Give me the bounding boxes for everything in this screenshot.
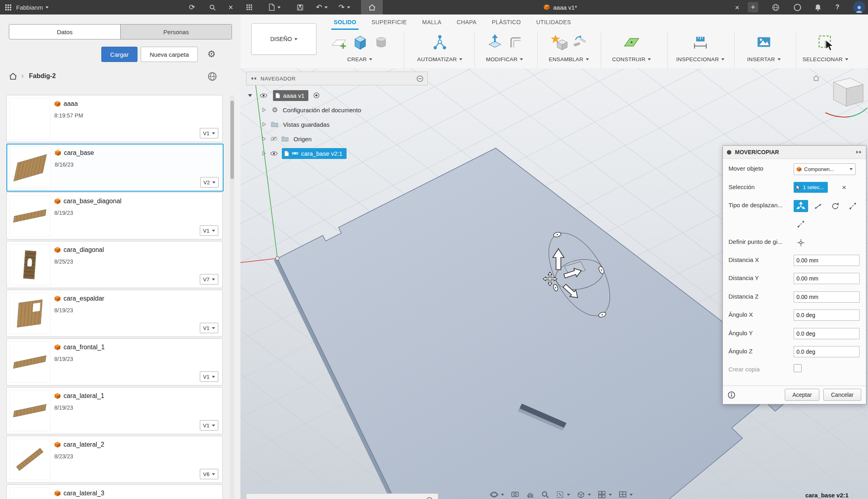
file-card[interactable]: cara_base_diagonal 8/19/23 V1 <box>6 192 223 239</box>
tab-plastico[interactable]: PLÁSTICO <box>486 14 526 30</box>
file-card[interactable]: aaaa 8:19:57 PM V1 <box>6 95 223 142</box>
avatar[interactable] <box>853 1 865 13</box>
data-settings-gear-icon[interactable]: ⚙ <box>204 47 219 61</box>
angle-y-input[interactable] <box>794 328 860 339</box>
zoom-tool[interactable] <box>541 491 549 499</box>
web-link-globe-icon[interactable] <box>207 72 217 81</box>
group-label-automatizar[interactable]: AUTOMATIZAR <box>404 54 476 64</box>
navigator-row-saved-views[interactable]: Vistas guardadas <box>246 118 330 130</box>
version-badge[interactable]: V1 <box>200 420 218 431</box>
fit-tool[interactable] <box>556 490 570 499</box>
move-type-rotate-button[interactable] <box>828 200 843 212</box>
distance-y-input[interactable] <box>794 273 860 284</box>
save-icon[interactable] <box>297 0 304 14</box>
create-sketch-icon[interactable] <box>330 34 347 51</box>
navigator-row-doc-settings[interactable]: ⚙ Configuración del documento <box>246 104 361 116</box>
expand-open-icon[interactable] <box>248 93 252 97</box>
file-card[interactable]: cara_base 8/16/23 V2 <box>6 144 224 192</box>
distance-x-input[interactable] <box>794 255 860 266</box>
primitive-icon[interactable] <box>373 34 389 50</box>
navigator-root-row[interactable]: aaaa v1 <box>246 89 320 101</box>
selection-chip[interactable]: 1 selec... <box>794 182 828 193</box>
apps-grid-icon[interactable] <box>246 0 252 14</box>
fillet-icon[interactable] <box>507 34 523 50</box>
selected-component[interactable]: cara_base v2:1 <box>282 148 347 159</box>
close-panel-icon[interactable]: × <box>228 0 233 14</box>
data-panel-scrollbar[interactable] <box>230 95 234 499</box>
group-label-construir[interactable]: CONSTRUIR <box>595 54 668 64</box>
home-icon[interactable] <box>9 72 17 80</box>
help-icon[interactable]: ? <box>835 0 839 14</box>
expand-icon[interactable] <box>262 107 266 112</box>
breadcrumb-folder[interactable]: Fabdig-2 <box>29 72 56 80</box>
notifications-icon[interactable] <box>815 0 821 14</box>
tab-solido[interactable]: SOLIDO <box>328 14 362 30</box>
set-pivot-button[interactable] <box>794 237 808 249</box>
version-badge[interactable]: V1 <box>200 323 218 333</box>
group-label-crear[interactable]: CREAR <box>324 54 396 64</box>
distance-z-input[interactable] <box>794 291 860 303</box>
press-pull-icon[interactable] <box>486 33 504 52</box>
workspace-selector[interactable]: DISEÑO <box>251 23 316 55</box>
dialog-header[interactable]: MOVER/COPIAR <box>723 146 866 159</box>
search-icon[interactable] <box>209 0 216 14</box>
automate-icon[interactable] <box>431 33 449 52</box>
add-comment-icon[interactable] <box>426 497 433 499</box>
file-card[interactable]: cara_frontal_1 8/19/23 V1 <box>6 338 223 386</box>
new-component-icon[interactable] <box>550 33 568 52</box>
file-card[interactable]: cara_lateral_3 <box>6 485 223 499</box>
create-copy-checkbox[interactable] <box>794 364 802 372</box>
team-menu[interactable]: Fabbianm <box>16 0 49 14</box>
new-document-icon[interactable] <box>269 0 281 14</box>
new-tab-button[interactable]: + <box>748 2 758 12</box>
version-badge[interactable]: V1 <box>200 128 218 138</box>
version-badge[interactable]: V7 <box>200 274 218 285</box>
clear-selection-icon[interactable]: × <box>842 183 846 192</box>
info-icon[interactable] <box>728 391 735 399</box>
accept-button[interactable]: Aceptar <box>785 389 819 401</box>
navigator-row-active-component[interactable]: cara_base v2:1 <box>246 147 347 159</box>
orbit-tool[interactable] <box>490 490 504 499</box>
activate-radio-icon[interactable] <box>313 92 320 99</box>
tab-datos[interactable]: Datos <box>9 25 120 39</box>
refresh-icon[interactable]: ⟳ <box>189 0 195 14</box>
angle-z-input[interactable] <box>794 346 860 357</box>
file-card[interactable]: cara_diagonal 8/25/23 V7 <box>6 241 223 288</box>
grid-settings[interactable] <box>597 490 612 499</box>
document-close-icon[interactable]: × <box>735 0 739 14</box>
version-badge[interactable]: V6 <box>200 469 218 479</box>
insert-canvas-icon[interactable] <box>755 33 773 52</box>
tab-superficie[interactable]: SUPERFICIE <box>366 14 412 30</box>
navigator-header[interactable]: NAVEGADOR <box>246 72 428 85</box>
job-status-icon[interactable] <box>794 0 801 14</box>
move-type-point-button[interactable] <box>845 200 860 212</box>
file-card[interactable]: cara_espaldar 8/19/23 V1 <box>6 290 223 337</box>
file-card[interactable]: cara_lateral_1 8/19/23 V1 <box>6 387 223 434</box>
visibility-eye-icon[interactable] <box>270 151 278 156</box>
collapse-icon[interactable] <box>250 76 257 80</box>
angle-x-input[interactable] <box>794 309 860 321</box>
group-label-inspeccionar[interactable]: INSPECCIONAR <box>664 54 737 64</box>
pan-tool[interactable] <box>526 490 535 499</box>
extrude-icon[interactable] <box>351 33 370 52</box>
undo-icon[interactable]: ↶ <box>316 0 328 14</box>
minimize-icon[interactable] <box>417 75 423 82</box>
comments-bar[interactable]: COMENTARIOS <box>246 493 438 499</box>
document-tab[interactable]: aaaa v1* <box>544 0 577 14</box>
tab-personas[interactable]: Personas <box>120 25 232 39</box>
home-tab[interactable] <box>361 0 383 14</box>
joint-icon[interactable] <box>571 34 588 51</box>
move-type-free-button[interactable] <box>794 200 808 212</box>
display-settings[interactable] <box>577 490 591 499</box>
extensions-icon[interactable] <box>772 0 780 14</box>
version-badge[interactable]: V1 <box>200 371 218 382</box>
version-badge[interactable]: V1 <box>200 225 218 236</box>
group-label-ensamblar[interactable]: ENSAMBLAR <box>533 54 605 64</box>
look-at-tool[interactable] <box>511 490 519 499</box>
data-panel-toggle-icon[interactable] <box>5 0 12 14</box>
navigator-row-origin[interactable]: Origen <box>246 133 312 145</box>
measure-icon[interactable] <box>691 33 710 52</box>
version-badge[interactable]: V2 <box>200 177 219 188</box>
new-folder-button[interactable]: Nueva carpeta <box>141 47 198 62</box>
group-label-seleccionar[interactable]: SELECCIONAR <box>789 54 862 64</box>
